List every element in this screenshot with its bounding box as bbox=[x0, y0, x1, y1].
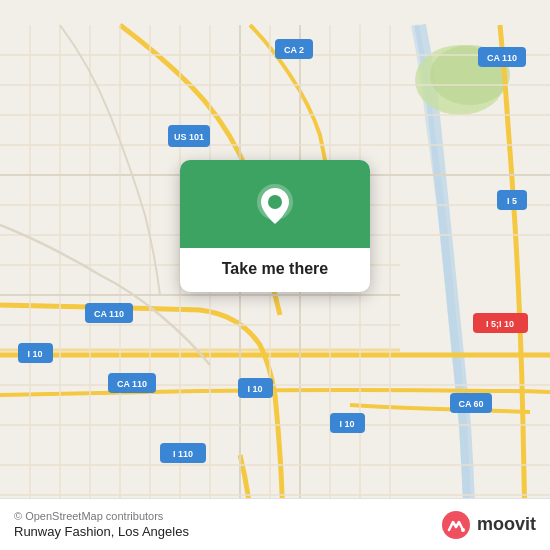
card-green-section bbox=[180, 160, 370, 248]
svg-text:CA 2: CA 2 bbox=[284, 45, 304, 55]
bottom-bar: © OpenStreetMap contributors Runway Fash… bbox=[0, 498, 550, 550]
svg-text:I 10: I 10 bbox=[27, 349, 42, 359]
take-me-there-card[interactable]: Take me there bbox=[180, 160, 370, 292]
moovit-logo: moovit bbox=[441, 510, 536, 540]
moovit-icon bbox=[441, 510, 471, 540]
svg-text:CA 110: CA 110 bbox=[94, 309, 124, 319]
location-label: Runway Fashion, Los Angeles bbox=[14, 524, 189, 539]
svg-point-60 bbox=[461, 528, 465, 532]
take-me-there-button[interactable]: Take me there bbox=[222, 248, 328, 292]
svg-text:I 10: I 10 bbox=[247, 384, 262, 394]
moovit-text: moovit bbox=[477, 514, 536, 535]
svg-text:I 10: I 10 bbox=[339, 419, 354, 429]
map-container: CA 2 US 101 CA 110 I 5 I 10 CA 110 CA 11… bbox=[0, 0, 550, 550]
svg-point-58 bbox=[268, 195, 282, 209]
svg-text:I 5;I 10: I 5;I 10 bbox=[486, 319, 514, 329]
attribution-text: © OpenStreetMap contributors bbox=[14, 510, 189, 522]
svg-text:CA 110: CA 110 bbox=[117, 379, 147, 389]
svg-text:CA 60: CA 60 bbox=[458, 399, 483, 409]
svg-text:US 101: US 101 bbox=[174, 132, 204, 142]
location-pin-icon bbox=[251, 182, 299, 230]
svg-text:CA 110: CA 110 bbox=[487, 53, 517, 63]
svg-text:I 5: I 5 bbox=[507, 196, 517, 206]
svg-text:I 110: I 110 bbox=[173, 449, 193, 459]
